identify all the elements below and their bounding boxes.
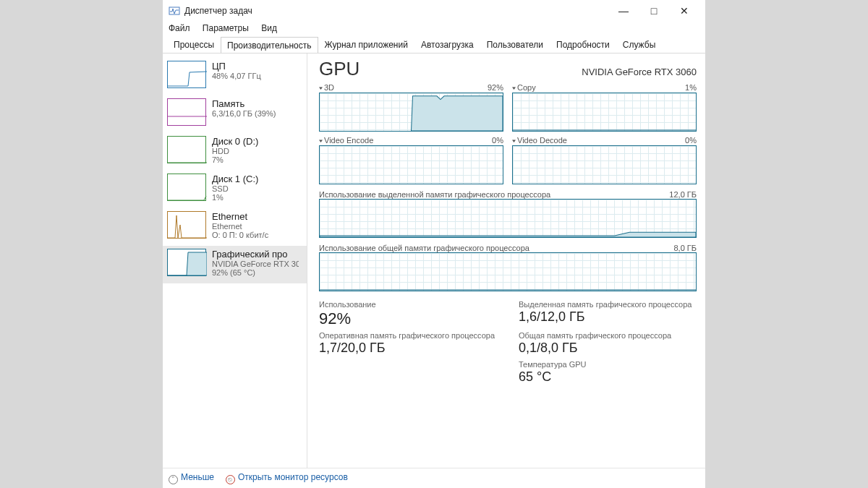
maximize-button[interactable]: □ bbox=[639, 5, 669, 17]
app-icon bbox=[169, 5, 180, 17]
stat-dedmem-label: Выделенная память графического процессор… bbox=[519, 300, 697, 309]
sidebar-eth-sub2: О: 0 П: 0 кбит/с bbox=[212, 231, 268, 239]
chart-shmem-max: 8,0 ГБ bbox=[673, 244, 697, 252]
chart-video-encode bbox=[319, 145, 503, 184]
close-button[interactable]: ✕ bbox=[669, 5, 699, 17]
page-title: GPU bbox=[319, 58, 359, 80]
menu-view[interactable]: Вид bbox=[261, 23, 277, 33]
chart-video-decode bbox=[512, 145, 697, 184]
stat-util-value: 92% bbox=[319, 309, 497, 328]
stat-drvmem-value: 1,7/20,0 ГБ bbox=[319, 341, 497, 356]
fewer-details-button[interactable]: ˄Меньше bbox=[169, 472, 214, 484]
chart-dedmem-label: Использование выделенной памяти графичес… bbox=[319, 190, 550, 199]
tabbar: Процессы Производительность Журнал прило… bbox=[163, 36, 705, 53]
chevron-up-icon: ˄ bbox=[169, 475, 178, 484]
chart-dedmem-max: 12,0 ГБ bbox=[669, 190, 697, 199]
sidebar-disk1-sub2: 1% bbox=[212, 193, 258, 202]
sidebar-gpu-title: Графический про bbox=[212, 249, 299, 260]
chart-3d-label[interactable]: ▾3D bbox=[319, 83, 334, 92]
chart-vdec-label[interactable]: ▾Video Decode bbox=[512, 136, 567, 145]
task-manager-window: Диспетчер задач — □ ✕ Файл Параметры Вид… bbox=[163, 0, 705, 488]
sidebar-memory-title: Память bbox=[212, 98, 276, 109]
chart-copy bbox=[512, 93, 697, 132]
sidebar-disk0-sub2: 7% bbox=[212, 155, 258, 164]
ethernet-thumb-icon bbox=[167, 211, 206, 239]
gpu-thumb-icon bbox=[167, 249, 206, 276]
sidebar-disk1-sub: SSD bbox=[212, 184, 258, 193]
chart-venc-value: 0% bbox=[492, 136, 503, 145]
disk1-thumb-icon bbox=[167, 174, 206, 201]
tab-startup[interactable]: Автозагрузка bbox=[414, 36, 480, 53]
sidebar-gpu-sub2: 92% (65 °C) bbox=[212, 268, 299, 277]
cpu-thumb-icon bbox=[167, 61, 206, 88]
sidebar-eth-title: Ethernet bbox=[212, 211, 268, 222]
tab-details[interactable]: Подробности bbox=[550, 36, 616, 53]
stat-util-label: Использование bbox=[319, 300, 497, 309]
sidebar-disk0-sub: HDD bbox=[212, 147, 258, 155]
stat-dedmem-value: 1,6/12,0 ГБ bbox=[519, 309, 697, 325]
tab-apphistory[interactable]: Журнал приложений bbox=[318, 36, 414, 53]
chart-copy-label[interactable]: ▾Copy bbox=[512, 83, 536, 92]
minimize-button[interactable]: — bbox=[608, 5, 639, 17]
sidebar-item-cpu[interactable]: ЦП 48% 4,07 ГГц bbox=[163, 58, 307, 95]
main-panel: GPU NVIDIA GeForce RTX 3060 ▾3D92% ▾Copy… bbox=[307, 53, 705, 468]
disk0-thumb-icon bbox=[167, 136, 206, 163]
chart-venc-label[interactable]: ▾Video Encode bbox=[319, 136, 373, 145]
sidebar-item-ethernet[interactable]: Ethernet Ethernet О: 0 П: 0 кбит/с bbox=[163, 208, 307, 246]
stat-shmem-label: Общая память графического процессора bbox=[519, 331, 697, 340]
stats-grid: Использование 92% Выделенная память граф… bbox=[319, 300, 697, 385]
window-title: Диспетчер задач bbox=[184, 6, 252, 16]
sidebar-cpu-sub: 48% 4,07 ГГц bbox=[212, 72, 261, 80]
sidebar-eth-sub: Ethernet bbox=[212, 222, 268, 231]
chart-3d-value: 92% bbox=[488, 83, 503, 92]
menu-file[interactable]: Файл bbox=[169, 23, 190, 33]
chart-shmem-label: Использование общей памяти графического … bbox=[319, 244, 529, 252]
stat-temp-label: Температура GPU bbox=[519, 360, 697, 369]
chart-copy-value: 1% bbox=[685, 83, 697, 92]
sidebar-disk1-title: Диск 1 (C:) bbox=[212, 174, 258, 184]
statusbar: ˄Меньше ⦸Открыть монитор ресурсов bbox=[163, 468, 705, 488]
menubar: Файл Параметры Вид bbox=[163, 22, 705, 36]
stat-temp-value: 65 °C bbox=[519, 369, 697, 385]
chart-dedicated-memory bbox=[319, 199, 697, 238]
stat-shmem-value: 0,1/8,0 ГБ bbox=[519, 341, 697, 356]
menu-options[interactable]: Параметры bbox=[203, 23, 249, 33]
sidebar-item-disk0[interactable]: Диск 0 (D:) HDD 7% bbox=[163, 133, 307, 171]
sidebar-memory-sub: 6,3/16,0 ГБ (39%) bbox=[212, 109, 276, 118]
tab-users[interactable]: Пользователи bbox=[480, 36, 550, 53]
sidebar: ЦП 48% 4,07 ГГц Память 6,3/16,0 ГБ (39%) bbox=[163, 53, 307, 468]
gpu-model: NVIDIA GeForce RTX 3060 bbox=[582, 67, 697, 77]
stat-drvmem-label: Оперативная память графического процессо… bbox=[319, 331, 497, 340]
memory-thumb-icon bbox=[167, 98, 206, 126]
resmon-icon: ⦸ bbox=[226, 475, 235, 484]
titlebar: Диспетчер задач — □ ✕ bbox=[163, 0, 705, 22]
sidebar-item-gpu[interactable]: Графический про NVIDIA GeForce RTX 306 9… bbox=[163, 246, 307, 283]
tab-performance[interactable]: Производительность bbox=[221, 37, 318, 53]
chart-3d bbox=[319, 93, 503, 132]
sidebar-disk0-title: Диск 0 (D:) bbox=[212, 136, 258, 147]
sidebar-item-memory[interactable]: Память 6,3/16,0 ГБ (39%) bbox=[163, 95, 307, 133]
tab-services[interactable]: Службы bbox=[616, 36, 662, 53]
open-resmon-button[interactable]: ⦸Открыть монитор ресурсов bbox=[226, 472, 348, 484]
sidebar-cpu-title: ЦП bbox=[212, 61, 261, 72]
content: ЦП 48% 4,07 ГГц Память 6,3/16,0 ГБ (39%) bbox=[163, 53, 705, 468]
tab-processes[interactable]: Процессы bbox=[167, 36, 221, 53]
sidebar-gpu-sub: NVIDIA GeForce RTX 306 bbox=[212, 260, 299, 268]
chart-shared-memory bbox=[319, 252, 697, 291]
sidebar-item-disk1[interactable]: Диск 1 (C:) SSD 1% bbox=[163, 171, 307, 208]
chart-vdec-value: 0% bbox=[685, 136, 697, 145]
